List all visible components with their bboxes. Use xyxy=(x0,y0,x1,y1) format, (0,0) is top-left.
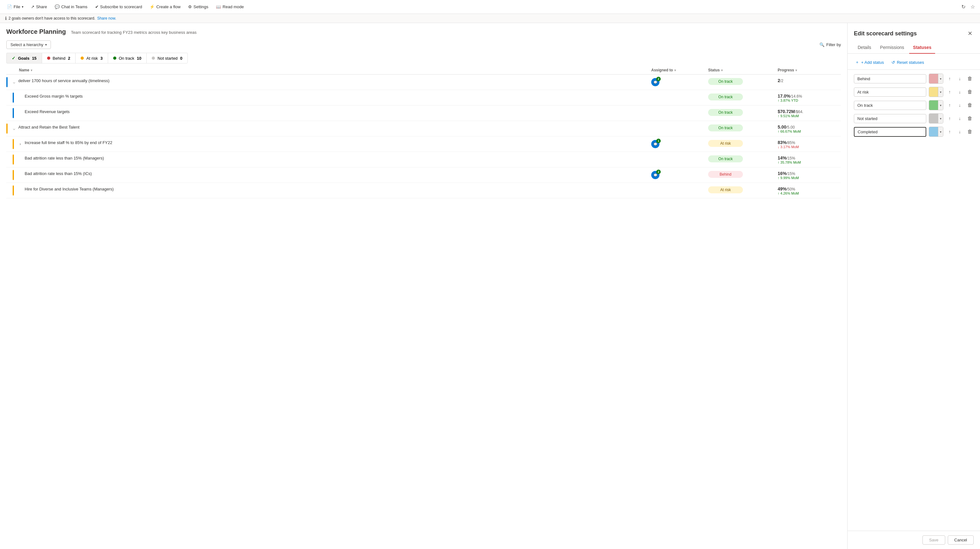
delete-status-button[interactable]: 🗑 xyxy=(966,75,974,83)
row-status[interactable]: At risk xyxy=(708,186,778,193)
save-button[interactable]: Save xyxy=(923,535,945,544)
hierarchy-select-button[interactable]: Select a hierarchy ▾ xyxy=(6,40,51,49)
settings-button[interactable]: ⚙ Settings xyxy=(185,3,212,10)
share-now-link[interactable]: Share now. xyxy=(97,16,116,21)
createflow-button[interactable]: ⚡ Create a flow xyxy=(146,3,184,10)
table-row[interactable]: ⌵ deliver 1700 hours of service annually… xyxy=(6,75,841,90)
scorecard-header: Workforce Planning Team scorecard for tr… xyxy=(0,23,847,38)
status-name-input[interactable] xyxy=(854,74,926,83)
move-up-button[interactable]: ↑ xyxy=(946,88,953,96)
col-progress-header[interactable]: Progress ▾ xyxy=(778,68,841,72)
status-pill[interactable]: On track xyxy=(708,109,743,116)
row-status[interactable]: On track xyxy=(708,154,778,162)
status-pill[interactable]: On track xyxy=(708,155,743,162)
color-dropdown-button[interactable]: ▾ xyxy=(938,100,943,110)
color-dropdown-button[interactable]: ▾ xyxy=(938,114,943,123)
table-row[interactable]: Bad attrition rate less than 15% (Manage… xyxy=(6,152,841,167)
table-row[interactable]: Exceed Revenue targets On track $70.72M/… xyxy=(6,106,841,121)
avatar[interactable]: 2 💬 xyxy=(651,171,659,179)
stat-notstarted[interactable]: Not started 0 xyxy=(146,53,188,63)
stat-behind[interactable]: Behind 2 xyxy=(42,53,76,63)
tab-details[interactable]: Details xyxy=(854,42,875,54)
row-status[interactable]: On track xyxy=(708,92,778,100)
tab-permissions[interactable]: Permissions xyxy=(876,42,908,54)
status-pill[interactable]: At risk xyxy=(708,186,743,193)
progress-value: 14% xyxy=(778,155,786,160)
panel-title: Edit scorecard settings xyxy=(854,30,917,37)
readmode-icon: 📖 xyxy=(216,5,221,9)
move-up-button[interactable]: ↑ xyxy=(946,102,953,109)
table-row[interactable]: Hire for Diverse and Inclusive Teams (Ma… xyxy=(6,183,841,198)
share-button[interactable]: ↗ Share xyxy=(28,3,50,10)
status-pill[interactable]: Behind xyxy=(708,171,743,178)
col-assigned-header[interactable]: Assigned to ▾ xyxy=(651,68,708,72)
infobar-message: 2 goals owners don't have access to this… xyxy=(8,16,95,21)
move-up-button[interactable]: ↑ xyxy=(946,75,953,83)
color-dropdown-button[interactable]: ▾ xyxy=(938,127,943,136)
expand-button[interactable]: ⌵ xyxy=(10,124,18,133)
stat-ontrack[interactable]: On track 10 xyxy=(108,53,147,63)
status-pill[interactable]: At risk xyxy=(708,140,743,147)
progress-value: 16% xyxy=(778,171,786,176)
avatar[interactable]: 1 💬 xyxy=(651,140,659,148)
status-name-input[interactable] xyxy=(854,87,926,97)
sort-icon: ▾ xyxy=(674,68,676,72)
row-color-bar xyxy=(6,77,8,87)
row-status[interactable]: On track xyxy=(708,108,778,116)
subscribe-button[interactable]: ✔ Subscribe to scorecard xyxy=(92,3,145,10)
avatar[interactable]: 2 💬 xyxy=(651,78,659,86)
delete-status-button[interactable]: 🗑 xyxy=(966,128,974,135)
move-up-button[interactable]: ↑ xyxy=(946,128,953,135)
status-name-input[interactable] xyxy=(854,127,926,137)
move-up-button[interactable]: ↑ xyxy=(946,115,953,122)
progress-target: /15% xyxy=(786,156,795,160)
table-row[interactable]: Bad attrition rate less than 15% (ICs) 2… xyxy=(6,167,841,183)
cancel-button[interactable]: Cancel xyxy=(948,535,974,544)
stat-atrisk[interactable]: At risk 3 xyxy=(75,53,108,63)
move-down-button[interactable]: ↓ xyxy=(956,128,964,135)
color-select: ▾ xyxy=(929,74,943,84)
delete-status-button[interactable]: 🗑 xyxy=(966,115,974,122)
status-name-input[interactable] xyxy=(854,114,926,123)
row-status[interactable]: On track xyxy=(708,124,778,132)
star-icon[interactable]: ☆ xyxy=(969,3,976,11)
status-pill[interactable]: On track xyxy=(708,94,743,100)
reset-statuses-button[interactable]: ↺ Reset statuses xyxy=(890,59,925,66)
delete-status-button[interactable]: 🗑 xyxy=(966,102,974,109)
color-swatch xyxy=(929,100,938,110)
color-dropdown-button[interactable]: ▾ xyxy=(938,87,943,97)
file-button[interactable]: 📄 File ▾ xyxy=(4,3,27,10)
row-status[interactable]: On track xyxy=(708,77,778,85)
move-down-button[interactable]: ↓ xyxy=(956,102,964,109)
readmode-button[interactable]: 📖 Read mode xyxy=(213,3,247,10)
scorecard-description: Team scorecard for tracking FY23 metrics… xyxy=(71,30,196,35)
table-row[interactable]: Exceed Gross margin % targets On track 1… xyxy=(6,90,841,106)
table-row[interactable]: ⌵ Attract and Retain the Best Talent On … xyxy=(6,121,841,136)
gear-icon: ⚙ xyxy=(188,5,192,9)
search-icon[interactable]: 🔍 xyxy=(819,42,824,47)
status-pill[interactable]: On track xyxy=(708,78,743,85)
move-down-button[interactable]: ↓ xyxy=(956,75,964,83)
col-name-header[interactable]: Name ▾ xyxy=(19,68,651,72)
row-progress: 2/2 xyxy=(778,77,841,83)
row-status[interactable]: Behind xyxy=(708,170,778,178)
tab-statuses[interactable]: Statuses xyxy=(909,42,935,54)
move-down-button[interactable]: ↓ xyxy=(956,88,964,96)
panel-tabs: Details Permissions Statuses xyxy=(848,41,980,54)
row-status[interactable]: At risk xyxy=(708,139,778,147)
move-down-button[interactable]: ↓ xyxy=(956,115,964,122)
expand-button[interactable]: ⌵ xyxy=(10,78,18,87)
status-pill[interactable]: On track xyxy=(708,124,743,132)
close-button[interactable]: ✕ xyxy=(966,29,974,38)
stat-goals[interactable]: ✓ Goals 15 xyxy=(6,53,42,63)
col-status-header[interactable]: Status ▾ xyxy=(708,68,778,72)
table-row[interactable]: › Increase full time staff % to 85% by e… xyxy=(6,136,841,152)
refresh-icon[interactable]: ↻ xyxy=(960,3,967,11)
color-dropdown-button[interactable]: ▾ xyxy=(938,74,943,83)
chat-teams-button[interactable]: 💬 Chat in Teams xyxy=(51,3,91,10)
delete-status-button[interactable]: 🗑 xyxy=(966,88,974,96)
add-status-button[interactable]: ＋ + Add status xyxy=(854,58,885,66)
expand-button[interactable]: › xyxy=(16,140,25,148)
row-assigned xyxy=(651,186,708,186)
status-name-input[interactable] xyxy=(854,101,926,110)
